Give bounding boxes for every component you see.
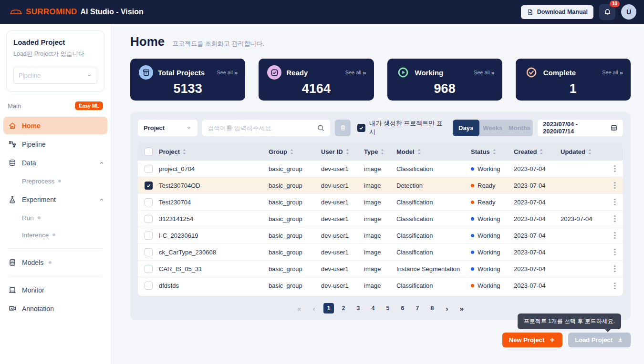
notifications-button[interactable]: 10 — [599, 4, 615, 20]
row-actions-menu[interactable] — [606, 248, 623, 256]
row-actions-menu[interactable] — [606, 265, 623, 273]
sidebar-item-preprocess[interactable]: Preprocess — [0, 172, 111, 190]
last-page-button[interactable]: » — [457, 303, 467, 313]
chevron-down-icon — [86, 72, 92, 78]
table-row[interactable]: ck_CarType_230608basic_groupdev-user1ima… — [138, 244, 623, 261]
row-checkbox[interactable] — [145, 282, 153, 290]
sidebar-item-annotation[interactable]: Annotation — [0, 300, 111, 317]
main-content: Home 프로젝트를 조회화고 관리합니다. Total Projects Se… — [111, 24, 644, 364]
search-input[interactable] — [208, 124, 313, 131]
easy-ml-badge: Easy ML — [75, 101, 103, 110]
stat-card-working[interactable]: Working See all» 968 — [387, 59, 502, 101]
first-page-button[interactable]: « — [294, 303, 304, 313]
page-button-1[interactable]: 1 — [323, 303, 334, 313]
row-actions-menu[interactable] — [606, 215, 623, 222]
cell-status: Working — [471, 215, 514, 222]
table-row[interactable]: 3123141254basic_groupdev-user1imageClass… — [138, 211, 623, 227]
column-header-created[interactable]: Created — [514, 148, 561, 155]
chevron-up-icon[interactable] — [98, 196, 105, 203]
sidebar-item-data[interactable]: Data — [0, 154, 111, 172]
cell-created: 2023-07-04 — [514, 249, 561, 256]
table-row[interactable]: CAR_IS_05_31basic_groupdev-user1imageIns… — [138, 261, 623, 277]
sidebar-item-monitor[interactable]: Monitor — [0, 281, 111, 299]
annotation-icon — [8, 304, 17, 313]
column-header-user-id[interactable]: User ID — [321, 148, 364, 155]
cell-created: 2023-07-04 — [514, 182, 561, 189]
column-header-type[interactable]: Type — [364, 148, 396, 155]
row-checkbox[interactable] — [145, 248, 153, 256]
stat-card-ready[interactable]: Ready See all» 4164 — [259, 59, 374, 101]
load-project-button[interactable]: Load Project — [568, 333, 631, 347]
square-check-icon — [267, 65, 281, 80]
sidebar-item-run[interactable]: Run — [0, 209, 111, 226]
download-manual-button[interactable]: Download Manual — [521, 5, 593, 19]
row-checkbox[interactable] — [145, 198, 153, 206]
table-row[interactable]: I-C_20230619basic_groupdev-user1imageCla… — [138, 227, 623, 244]
stat-card-complete[interactable]: Complete See all» 1 — [516, 59, 631, 101]
table-row[interactable]: project_0704basic_groupdev-user1imageCla… — [138, 161, 623, 177]
select-all-checkbox[interactable] — [145, 148, 153, 156]
search-icon[interactable] — [317, 124, 325, 132]
cell-user-id: dev-user1 — [321, 199, 364, 206]
column-header-model[interactable]: Model — [396, 148, 471, 155]
sidebar-item-experiment[interactable]: Experiment — [0, 191, 111, 208]
row-checkbox[interactable] — [145, 265, 153, 273]
page-button-3[interactable]: 3 — [353, 303, 364, 313]
page-button-6[interactable]: 6 — [397, 303, 408, 313]
table-row[interactable]: Test230704ODbasic_groupdev-user1imageDet… — [138, 177, 623, 194]
period-option-days[interactable]: Days — [453, 120, 479, 136]
period-option-weeks[interactable]: Weeks — [479, 120, 506, 136]
search-category-select[interactable]: Project — [138, 120, 197, 136]
cell-user-id: dev-user1 — [321, 249, 364, 256]
see-all-link[interactable]: See all» — [345, 69, 365, 76]
row-actions-menu[interactable] — [606, 282, 623, 290]
project-list-panel: Project — [130, 112, 631, 320]
loaded-project-card: Loaded Project Load된 Project가 없습니다 Pipel… — [6, 30, 104, 92]
row-checkbox[interactable] — [145, 232, 153, 240]
row-actions-menu[interactable] — [606, 165, 623, 172]
row-actions-menu[interactable] — [606, 232, 623, 239]
new-project-button[interactable]: New Project — [502, 333, 562, 347]
chevron-up-icon[interactable] — [98, 160, 105, 166]
prev-page-button[interactable]: ‹ — [309, 303, 319, 313]
row-checkbox-checked[interactable] — [145, 182, 153, 190]
next-page-button[interactable]: › — [442, 303, 452, 313]
my-projects-checkbox[interactable]: 내가 생성한 프로젝트만 표시 — [357, 119, 443, 136]
status-dot — [471, 284, 474, 287]
page-button-7[interactable]: 7 — [412, 303, 423, 313]
column-header-group[interactable]: Group — [269, 148, 321, 155]
row-actions-menu[interactable] — [606, 198, 623, 206]
date-range-picker[interactable]: 2023/07/04 - 2020/07/14 — [538, 120, 623, 136]
stat-card-total-projects[interactable]: Total Projects See all» 5133 — [130, 59, 245, 101]
document-icon — [527, 9, 534, 16]
column-header-updated[interactable]: Updated — [561, 148, 606, 155]
see-all-link[interactable]: See all» — [217, 69, 237, 76]
row-checkbox[interactable] — [145, 165, 153, 173]
pipeline-select[interactable]: Pipeline — [13, 67, 97, 84]
column-header-status[interactable]: Status — [471, 148, 514, 155]
see-all-link[interactable]: See all» — [474, 69, 494, 76]
notification-badge: 10 — [610, 0, 620, 7]
page-button-8[interactable]: 8 — [427, 303, 437, 313]
column-header-project[interactable]: Project — [159, 148, 269, 155]
sidebar-item-models[interactable]: Models — [0, 253, 111, 271]
sidebar-item-pipeline[interactable]: Pipeline — [0, 135, 111, 153]
cell-status: Ready — [471, 199, 514, 206]
period-option-months[interactable]: Months — [506, 120, 533, 136]
experiment-icon — [8, 195, 17, 204]
page-button-2[interactable]: 2 — [338, 303, 349, 313]
page-button-4[interactable]: 4 — [368, 303, 378, 313]
row-checkbox[interactable] — [145, 215, 153, 223]
sidebar-item-home[interactable]: Home — [3, 117, 107, 134]
row-actions-menu[interactable] — [606, 182, 623, 189]
see-all-link[interactable]: See all» — [602, 69, 622, 76]
table-row[interactable]: dfdsfdsbasic_groupdev-user1imageClassifi… — [138, 277, 623, 294]
delete-button[interactable] — [335, 120, 351, 136]
projects-table: ProjectGroupUser IDTypeModelStatusCreate… — [138, 143, 623, 296]
user-avatar[interactable]: U — [621, 4, 636, 20]
cell-project: Test230704 — [159, 199, 269, 206]
chevron-down-icon — [186, 125, 192, 131]
sidebar-item-inference[interactable]: Inference — [0, 226, 111, 243]
page-button-5[interactable]: 5 — [383, 303, 393, 313]
table-row[interactable]: Test230704basic_groupdev-user1imageClass… — [138, 194, 623, 211]
